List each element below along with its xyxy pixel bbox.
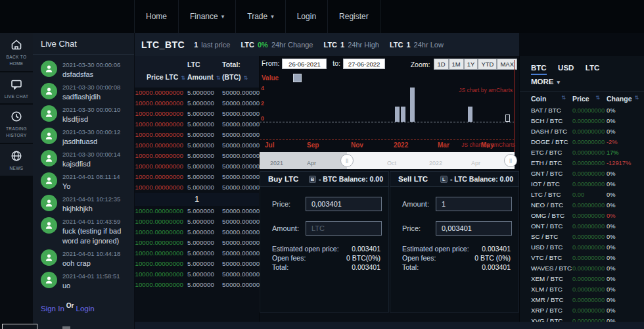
sort-icon[interactable]: ⇅: [635, 95, 639, 103]
x-axis-tick: 2022: [394, 141, 408, 149]
market-row[interactable]: SC / BTC 0.00000000 0%: [520, 232, 644, 242]
market-row[interactable]: IOT / BTC 0.00000000 0%: [520, 179, 644, 190]
rail-item-trading-history[interactable]: TRADING HISTORY: [0, 105, 33, 143]
sell-amount-input[interactable]: [436, 197, 512, 211]
legend-value-label: Value: [262, 74, 279, 82]
market-row[interactable]: DOGE / BTC 0.00000000 -2%: [520, 137, 644, 147]
ask-row[interactable]: 10000.00000000 5.000000 50000.000000: [135, 172, 259, 182]
market-coin: XRP / BTC: [531, 305, 572, 316]
buy-fees-value: 0 BTC(0%): [346, 253, 380, 263]
market-row[interactable]: XEM / BTC 0.00000000 0%: [520, 274, 644, 284]
sell-price-input[interactable]: [436, 221, 512, 236]
market-row[interactable]: BCH / BTC 0.00000000 0%: [520, 116, 644, 126]
low-coin: LTC: [390, 41, 403, 49]
market-tab-more[interactable]: MORE▾: [531, 78, 560, 88]
market-change: 0%: [607, 105, 644, 116]
market-price: 0.00000000: [572, 305, 607, 316]
buy-amount-input[interactable]: [306, 221, 382, 236]
chart-bar: [395, 107, 400, 122]
sort-icon[interactable]: ⇅: [595, 95, 600, 103]
sort-icon[interactable]: ⇅: [244, 75, 248, 81]
market-row[interactable]: ETH / BTC 0.00000000 -12917%: [520, 158, 644, 168]
home-icon: [10, 38, 23, 51]
ask-total: 50000.000000: [222, 109, 260, 119]
nav-item-register[interactable]: Register: [327, 0, 380, 33]
nav-item-finance[interactable]: Finance▾: [178, 0, 235, 33]
bid-row[interactable]: 10000.00000000 5.000000 50000.000000: [135, 280, 259, 290]
market-row[interactable]: XLM / BTC 0.00000000 0%: [520, 284, 644, 295]
ask-total: 50000.000000: [222, 151, 260, 161]
ask-row[interactable]: 10000.00000000 5.000000 50000.000000: [135, 151, 259, 161]
buy-price-input[interactable]: [306, 197, 382, 211]
zoom-preset-button[interactable]: 1M: [449, 59, 464, 70]
bid-amount: 5.000000: [187, 280, 222, 290]
navigator-drag-handle[interactable]: ||: [340, 154, 354, 167]
market-row[interactable]: BAT / BTC 0.00000000 0%: [520, 105, 644, 116]
market-row[interactable]: NEO / BTC 0.00000000 0%: [520, 200, 644, 211]
sort-icon[interactable]: ⇅: [181, 75, 185, 81]
price-column-header[interactable]: Price LTC: [147, 73, 178, 81]
bid-row[interactable]: 10000.00000000 5.000000 50000.000000: [135, 227, 259, 238]
market-row[interactable]: GNT / BTC 0.00000000 0%: [520, 168, 644, 179]
rail-item-back-to-home[interactable]: BACK TO HOME: [0, 33, 33, 71]
ask-price: 10000.00000000: [135, 98, 187, 109]
user-avatar-icon: [41, 217, 57, 234]
bid-row[interactable]: 10000.00000000 5.000000 50000.000000: [135, 216, 259, 227]
ask-row[interactable]: 10000.00000000 5.000000 50000.000000: [135, 109, 259, 119]
ask-row[interactable]: 10000.00000000 5.000000 50000.000000: [135, 161, 259, 172]
rail-item-live-chat[interactable]: LIVE CHAT: [0, 72, 33, 104]
chat-message-text: Yo: [62, 182, 120, 191]
market-row[interactable]: OMG / BTC 0.00000000 0%: [520, 211, 644, 221]
exchange-app: Home Finance▾ Trade▾ Login Register BACK…: [0, 0, 644, 329]
bid-row[interactable]: 10000.00000000 5.000000 50000.000000: [135, 269, 259, 280]
nav-item-home[interactable]: Home: [134, 0, 178, 33]
sign-in-link[interactable]: Sign In: [41, 305, 64, 313]
bid-row[interactable]: 10000.00000000 5.000000 50000.000000: [135, 206, 259, 216]
market-row[interactable]: ONT / BTC 0.00000000 0%: [520, 221, 644, 232]
market-row[interactable]: ETC / BTC 0.00000000 17%: [520, 147, 644, 158]
amount-column-header[interactable]: Amount: [187, 73, 214, 81]
market-row[interactable]: XRP / BTC 0.00000000 0%: [520, 305, 644, 316]
zoom-preset-button[interactable]: 1Y: [464, 59, 478, 70]
market-row[interactable]: VTC / BTC 0.00000000 0%: [520, 253, 644, 263]
btc-column-header[interactable]: (BTC): [222, 73, 241, 81]
ask-row[interactable]: 10000.00000000 5.000000 50000.000000: [135, 130, 259, 140]
ask-row[interactable]: 10000.00000000 5.000000 50000.000000: [135, 140, 259, 151]
zoom-preset-button[interactable]: YTD: [478, 59, 497, 70]
market-row[interactable]: LTC / BTC 0.00 0%: [520, 190, 644, 200]
from-date-input[interactable]: [282, 59, 327, 69]
market-coin: USD / BTC: [531, 242, 572, 253]
market-tab-usd[interactable]: USD: [558, 64, 574, 74]
zoom-preset-button[interactable]: 1D: [434, 59, 448, 70]
to-date-input[interactable]: [343, 59, 385, 69]
bid-row[interactable]: 10000.00000000 5.000000 50000.000000: [135, 238, 259, 248]
orderbook-page-number[interactable]: 1: [135, 193, 259, 206]
ask-row[interactable]: 10000.00000000 5.000000 50000.000000: [135, 182, 259, 193]
ask-row[interactable]: 10000.00000000 5.000000 50000.000000: [135, 98, 259, 109]
ask-amount: 5.000000: [187, 119, 222, 130]
rail-item-news[interactable]: NEWS: [0, 144, 33, 176]
sort-icon[interactable]: ⇅: [561, 95, 566, 103]
market-row[interactable]: XMR / BTC 0.00000000 0%: [520, 295, 644, 305]
market-row[interactable]: DASH / BTC 0.00000000 0%: [520, 126, 644, 137]
navigator-drag-handle[interactable]: ||: [504, 154, 517, 167]
sort-icon[interactable]: ⇅: [216, 75, 221, 81]
ask-row[interactable]: 10000.00000000 5.000000 50000.000000: [135, 88, 259, 98]
login-link[interactable]: Login: [76, 305, 94, 313]
nav-item-login[interactable]: Login: [285, 0, 327, 33]
market-row[interactable]: USD / BTC 0.00000000 0%: [520, 242, 644, 253]
bid-row[interactable]: 10000.00000000 5.000000 50000.000000: [135, 248, 259, 259]
zoom-label: Zoom:: [411, 61, 430, 68]
price-column-header[interactable]: Price: [572, 95, 589, 103]
market-tab-btc[interactable]: BTC: [531, 64, 547, 75]
nav-item-trade[interactable]: Trade▾: [235, 0, 285, 33]
ask-row[interactable]: 10000.00000000 5.000000 50000.000000: [135, 119, 259, 130]
market-tab-ltc[interactable]: LTC: [586, 64, 600, 74]
change-column-header[interactable]: Change: [607, 95, 632, 103]
bid-row[interactable]: 10000.00000000 5.000000 50000.000000: [135, 259, 259, 269]
coin-column-header[interactable]: Coin: [531, 95, 546, 103]
chart-navigator-scrollbar[interactable]: 2021AprOct2022Apr||||: [260, 152, 515, 169]
market-row[interactable]: WAVES / BTC 0.00000000 0%: [520, 263, 644, 274]
market-change: 0%: [607, 211, 644, 221]
legend-swatch-icon[interactable]: [293, 74, 302, 82]
